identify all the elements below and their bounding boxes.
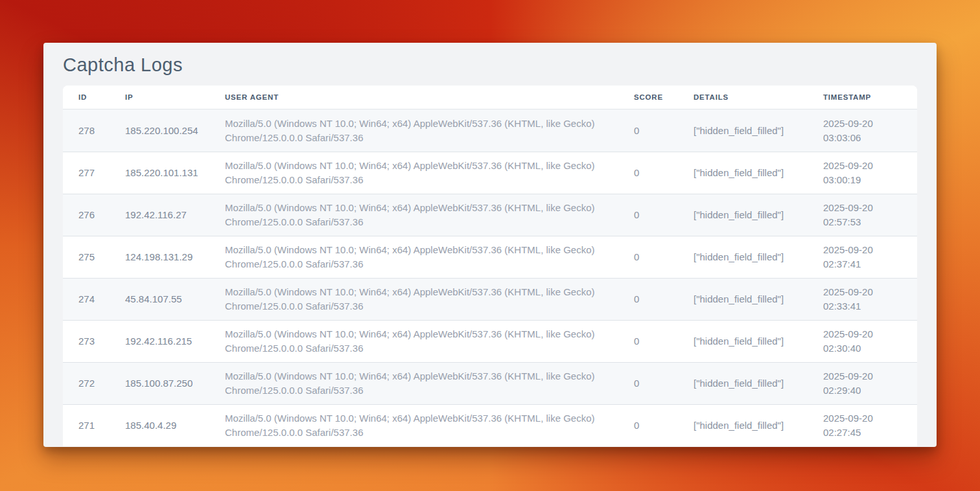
table-row: 272185.100.87.250Mozilla/5.0 (Windows NT… (63, 362, 917, 404)
cell-ua: Mozilla/5.0 (Windows NT 10.0; Win64; x64… (225, 411, 634, 440)
cell-score: 0 (634, 250, 694, 264)
cell-score: 0 (634, 208, 694, 222)
cell-ip: 192.42.116.215 (125, 334, 225, 348)
cell-score: 0 (634, 166, 694, 180)
cell-details: ["hidden_field_filled"] (694, 376, 823, 391)
cell-ip: 185.220.101.131 (125, 166, 225, 180)
cell-ts: 2025-09-20 02:27:45 (823, 411, 917, 440)
cell-id: 273 (63, 334, 125, 348)
cell-ua: Mozilla/5.0 (Windows NT 10.0; Win64; x64… (225, 243, 634, 271)
column-header-id: ID (63, 93, 125, 101)
table-row: 276192.42.116.27Mozilla/5.0 (Windows NT … (63, 194, 917, 236)
cell-ua: Mozilla/5.0 (Windows NT 10.0; Win64; x64… (225, 117, 634, 145)
cell-id: 272 (63, 376, 125, 391)
captcha-logs-table: IDIPUSER AGENTSCOREDETAILSTIMESTAMP 2781… (63, 86, 917, 446)
table-row: 278185.220.100.254Mozilla/5.0 (Windows N… (63, 109, 917, 152)
cell-details: ["hidden_field_filled"] (694, 418, 823, 433)
cell-id: 276 (63, 208, 125, 222)
cell-id: 277 (63, 166, 125, 180)
cell-ts: 2025-09-20 02:29:40 (823, 369, 917, 398)
table-row: 277185.220.101.131Mozilla/5.0 (Windows N… (63, 152, 917, 194)
cell-id: 278 (63, 124, 125, 138)
column-header-ts: TIMESTAMP (823, 93, 917, 101)
cell-score: 0 (634, 334, 694, 348)
cell-ts: 2025-09-20 02:30:40 (823, 327, 917, 356)
cell-ts: 2025-09-20 02:37:41 (823, 243, 917, 271)
cell-ua: Mozilla/5.0 (Windows NT 10.0; Win64; x64… (225, 201, 634, 229)
cell-details: ["hidden_field_filled"] (694, 124, 823, 138)
cell-details: ["hidden_field_filled"] (694, 250, 823, 264)
table-row: 271185.40.4.29Mozilla/5.0 (Windows NT 10… (63, 404, 917, 446)
cell-ua: Mozilla/5.0 (Windows NT 10.0; Win64; x64… (225, 327, 634, 356)
cell-ts: 2025-09-20 02:57:53 (823, 201, 917, 229)
cell-ip: 192.42.116.27 (125, 208, 225, 222)
cell-score: 0 (634, 418, 694, 433)
cell-details: ["hidden_field_filled"] (694, 292, 823, 306)
column-header-score: SCORE (634, 93, 694, 101)
cell-score: 0 (634, 376, 694, 391)
cell-ip: 185.100.87.250 (125, 376, 225, 391)
cell-id: 271 (63, 418, 125, 433)
cell-ua: Mozilla/5.0 (Windows NT 10.0; Win64; x64… (225, 159, 634, 187)
cell-ip: 185.220.100.254 (125, 124, 225, 138)
cell-ua: Mozilla/5.0 (Windows NT 10.0; Win64; x64… (225, 369, 634, 398)
page-title: Captcha Logs (63, 54, 917, 76)
cell-ip: 185.40.4.29 (125, 418, 225, 433)
cell-id: 275 (63, 250, 125, 264)
column-header-ip: IP (125, 93, 225, 101)
table-header-row: IDIPUSER AGENTSCOREDETAILSTIMESTAMP (63, 86, 917, 109)
cell-ts: 2025-09-20 03:00:19 (823, 159, 917, 187)
table-row: 273192.42.116.215Mozilla/5.0 (Windows NT… (63, 320, 917, 362)
cell-ts: 2025-09-20 03:03:06 (823, 117, 917, 145)
table-row: 27445.84.107.55Mozilla/5.0 (Windows NT 1… (63, 278, 917, 320)
cell-ua: Mozilla/5.0 (Windows NT 10.0; Win64; x64… (225, 285, 634, 314)
cell-ip: 45.84.107.55 (125, 292, 225, 306)
cell-details: ["hidden_field_filled"] (694, 166, 823, 180)
cell-ip: 124.198.131.29 (125, 250, 225, 264)
column-header-details: DETAILS (694, 93, 823, 101)
cell-details: ["hidden_field_filled"] (694, 208, 823, 222)
cell-score: 0 (634, 292, 694, 306)
table-row: 275124.198.131.29Mozilla/5.0 (Windows NT… (63, 236, 917, 278)
column-header-ua: USER AGENT (225, 93, 634, 101)
cell-details: ["hidden_field_filled"] (694, 334, 823, 348)
captcha-logs-card: Captcha Logs IDIPUSER AGENTSCOREDETAILST… (43, 43, 937, 447)
cell-id: 274 (63, 292, 125, 306)
cell-ts: 2025-09-20 02:33:41 (823, 285, 917, 314)
table-body: 278185.220.100.254Mozilla/5.0 (Windows N… (63, 109, 917, 446)
cell-score: 0 (634, 124, 694, 138)
